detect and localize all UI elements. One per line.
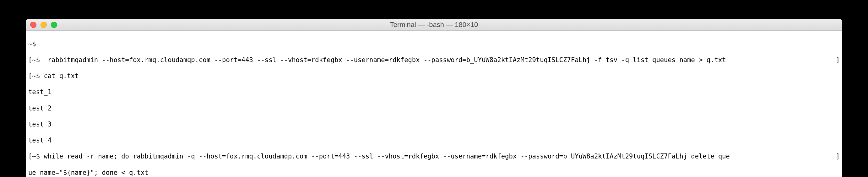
traffic-lights xyxy=(26,22,57,28)
window-title-bar: Terminal — -bash — 180×10 xyxy=(26,19,842,31)
close-button[interactable] xyxy=(30,22,36,28)
terminal-line: [~$ rabbitmqadmin --host=fox.rmq.cloudam… xyxy=(28,56,840,64)
bracket-icon: [ xyxy=(28,72,32,80)
command-text: while read -r name; do rabbitmqadmin -q … xyxy=(44,152,730,160)
prompt: ~$ xyxy=(32,72,44,80)
terminal-output: test_4 xyxy=(28,137,840,145)
terminal-line: ~$ xyxy=(28,40,840,48)
prompt: ~$ xyxy=(28,40,40,48)
window-title: Terminal — -bash — 180×10 xyxy=(26,21,842,29)
prompt: ~$ xyxy=(32,152,44,160)
terminal-line: [~$ cat q.txt xyxy=(28,72,840,80)
bracket-icon: [ xyxy=(28,152,32,160)
command-text: rabbitmqadmin --host=fox.rmq.cloudamqp.c… xyxy=(44,56,730,64)
maximize-button[interactable] xyxy=(51,22,57,28)
bracket-icon: ] xyxy=(836,56,840,64)
terminal-output: test_1 xyxy=(28,88,840,96)
prompt: ~$ xyxy=(32,56,44,64)
terminal-line: ue name="${name}"; done < q.txt xyxy=(28,169,840,177)
bracket-icon: ] xyxy=(836,152,840,161)
minimize-button[interactable] xyxy=(40,22,47,28)
terminal-window: Terminal — -bash — 180×10 ~$ [~$ rabbitm… xyxy=(26,19,842,177)
terminal-output: test_2 xyxy=(28,105,840,113)
terminal-output: test_3 xyxy=(28,120,840,129)
terminal-line: [~$ while read -r name; do rabbitmqadmin… xyxy=(28,152,840,161)
command-text: cat q.txt xyxy=(44,72,79,80)
terminal-content[interactable]: ~$ [~$ rabbitmqadmin --host=fox.rmq.clou… xyxy=(26,31,842,177)
bracket-icon: [ xyxy=(28,56,32,64)
